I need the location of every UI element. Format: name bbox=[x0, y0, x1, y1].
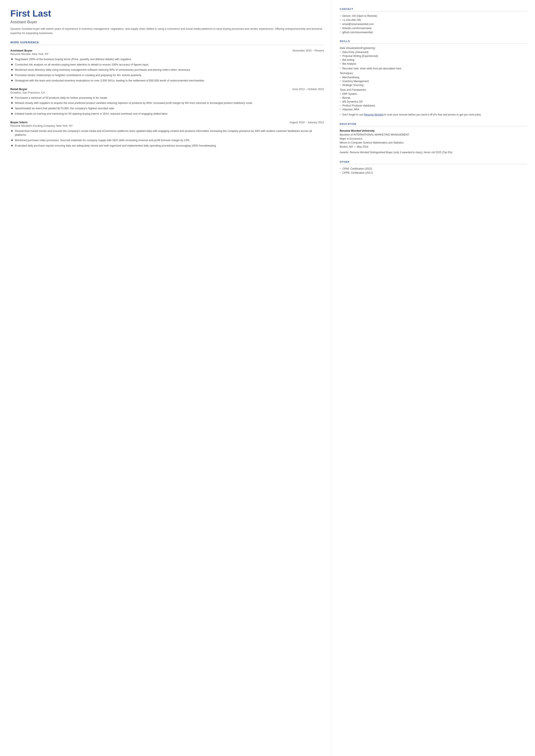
contact-phone: +1-234-456-789 bbox=[340, 18, 527, 21]
education-section: EDUCATION Resume Worded University Bache… bbox=[340, 123, 527, 154]
bullet-dot bbox=[11, 97, 13, 98]
job-bullets-1: Negotiated 100% of the business buying t… bbox=[10, 57, 324, 83]
job-role-3: Buyer Intern bbox=[10, 121, 28, 124]
bullet-dot bbox=[11, 107, 13, 109]
skill-bid-writing: Bid writing. bbox=[340, 58, 527, 61]
job-company-3: Resume Worded's Exciting Company, New Yo… bbox=[10, 124, 324, 127]
other-section: OTHER CPIM- Certification (2022) CPPB- C… bbox=[340, 160, 527, 174]
contact-github: github.com/resumeworded bbox=[340, 31, 527, 34]
bullet-dot bbox=[11, 113, 13, 114]
job-dates-3: August 2010 – January 2013 bbox=[290, 121, 324, 124]
skill-product-producer: Product Producer databases. bbox=[340, 104, 527, 107]
bullet-dot bbox=[11, 80, 13, 81]
contact-linkedin: linkedin.com/in/username bbox=[340, 27, 527, 30]
left-column: First Last Assistant Buyer Dynamic Assis… bbox=[0, 0, 332, 756]
other-cpim: CPIM- Certification (2022) bbox=[340, 167, 527, 170]
job-bullets-3: Researched market trends and ensured the… bbox=[10, 129, 324, 148]
bullet-1-3: Monitored stock directory daily using in… bbox=[11, 68, 324, 72]
job-dates-1: November 2015 – Present bbox=[293, 49, 324, 52]
job-company-1: Resume Worded, New York, NY bbox=[10, 53, 324, 56]
job-block-retail-buyer: Retail Buyer June 2013 – October 2015 Gr… bbox=[10, 88, 324, 116]
skills-data-viz-label: Data Visualization/Engineering: bbox=[340, 46, 527, 49]
bullet-2-4: Initiated hands-on training and mentorin… bbox=[11, 112, 324, 116]
bullet-dot bbox=[11, 64, 13, 65]
contact-section: CONTACT Denver, OH (Open to Remote) +1-2… bbox=[340, 8, 527, 34]
bullet-dot bbox=[11, 139, 13, 141]
bullet-2-3: Spearheaded an event that yielded $170,0… bbox=[11, 106, 324, 111]
job-company-2: Growthsi, San Francisco, CA bbox=[10, 91, 324, 94]
summary-text: Dynamic Assistant buyer with twelve year… bbox=[10, 27, 324, 35]
skill-atlassian: Atlassian JIRA. bbox=[340, 108, 527, 111]
skill-merchandising: Merchandising. bbox=[340, 76, 527, 79]
contact-header: CONTACT bbox=[340, 8, 527, 12]
recruiter-note: Recruiter note: enter skills from job de… bbox=[340, 67, 527, 70]
bullet-dot bbox=[11, 69, 13, 70]
contact-list: Denver, OH (Open to Remote) +1-234-456-7… bbox=[340, 14, 527, 34]
bullet-dot bbox=[11, 130, 13, 132]
bullet-3-3: Evaluated daily purchase reports ensurin… bbox=[11, 144, 324, 148]
skill-data-entry: Data Entry (Advanced) bbox=[340, 51, 527, 54]
edu-awards: Awards: Resume Worded Distinguished Buye… bbox=[340, 151, 527, 154]
skill-bid-analysis: Bid Analysis bbox=[340, 62, 527, 65]
skills-tools-label: Tools and Frameworks: bbox=[340, 88, 527, 91]
edu-block: Resume Worded University Bachelor of INT… bbox=[340, 129, 527, 154]
other-list: CPIM- Certification (2022) CPPB- Certifi… bbox=[340, 167, 527, 174]
job-role-1: Assistant Buyer bbox=[10, 49, 33, 52]
skills-section: SKILLS Data Visualization/Engineering: D… bbox=[340, 40, 527, 117]
skills-data-viz-list: Data Entry (Advanced) Proposal Writing (… bbox=[340, 51, 527, 65]
other-cppb: CPPB- Certification (2017) bbox=[340, 171, 527, 174]
skill-strategic-sourcing: Strategic Sourcing. bbox=[340, 84, 527, 87]
skill-erp: ERP System. bbox=[340, 93, 527, 96]
applicant-name: First Last bbox=[10, 9, 324, 18]
bullet-3-1: Researched market trends and ensured the… bbox=[11, 129, 324, 137]
bullet-3-2: Monitored purchase order processes. Sour… bbox=[11, 138, 324, 142]
other-header: OTHER bbox=[340, 160, 527, 164]
right-column: CONTACT Denver, OH (Open to Remote) +1-2… bbox=[332, 0, 535, 756]
skill-ms-dynamics: MS Dynamics GP. bbox=[340, 100, 527, 103]
job-role-2: Retail Buyer bbox=[10, 88, 27, 91]
skills-header: SKILLS bbox=[340, 40, 527, 43]
scan-note: Don't forget to use Resume Worded to sca… bbox=[340, 113, 527, 117]
bullet-1-5: Strategized with the team and conducted … bbox=[11, 79, 324, 83]
job-block-buyer-intern: Buyer Intern August 2010 – January 2013 … bbox=[10, 121, 324, 148]
job-title-row-3: Buyer Intern August 2010 – January 2013 bbox=[10, 121, 324, 124]
edu-school: Resume Worded University bbox=[340, 129, 527, 132]
contact-location: Denver, OH (Open to Remote) bbox=[340, 14, 527, 17]
bullet-dot bbox=[11, 74, 13, 76]
skills-techniques-list: Merchandising. Inventory Management Stra… bbox=[340, 76, 527, 87]
skills-techniques-label: Techniques: bbox=[340, 72, 527, 75]
bullet-2-1: Purchased a minimum of 50 products daily… bbox=[11, 96, 324, 100]
edu-details: Bachelor of INTERNATIONAL MARKETING MANA… bbox=[340, 133, 527, 149]
bullet-2-2: Worked closely with suppliers to acquire… bbox=[11, 101, 324, 105]
bullet-1-1: Negotiated 100% of the business buying t… bbox=[11, 57, 324, 61]
job-bullets-2: Purchased a minimum of 50 products daily… bbox=[10, 96, 324, 116]
job-dates-2: June 2013 – October 2015 bbox=[292, 88, 324, 91]
bullet-dot bbox=[11, 145, 13, 146]
skill-biztrak: Biztrak. bbox=[340, 96, 527, 99]
contact-email: email@resumeworded.com bbox=[340, 23, 527, 26]
bullet-dot bbox=[11, 58, 13, 60]
bullet-1-4: Promoted vendor relationships to heighte… bbox=[11, 73, 324, 77]
skill-proposal-writing: Proposal Writing (Experienced) bbox=[340, 55, 527, 58]
skill-inventory-management: Inventory Management bbox=[340, 80, 527, 83]
bullet-1-2: Conducted risk analysis on all vendors p… bbox=[11, 63, 324, 67]
job-title-row-2: Retail Buyer June 2013 – October 2015 bbox=[10, 88, 324, 91]
resume-worded-link[interactable]: Resume Worded bbox=[364, 113, 383, 116]
education-header: EDUCATION bbox=[340, 123, 527, 126]
skills-tools-list: ERP System. Biztrak. MS Dynamics GP. Pro… bbox=[340, 93, 527, 111]
job-title-heading: Assistant Buyer bbox=[10, 20, 324, 24]
work-experience-header: WORK EXPERIENCE bbox=[10, 41, 324, 45]
job-block-assistant-buyer: Assistant Buyer November 2015 – Present … bbox=[10, 49, 324, 83]
bullet-dot bbox=[11, 102, 13, 104]
job-title-row-1: Assistant Buyer November 2015 – Present bbox=[10, 49, 324, 52]
